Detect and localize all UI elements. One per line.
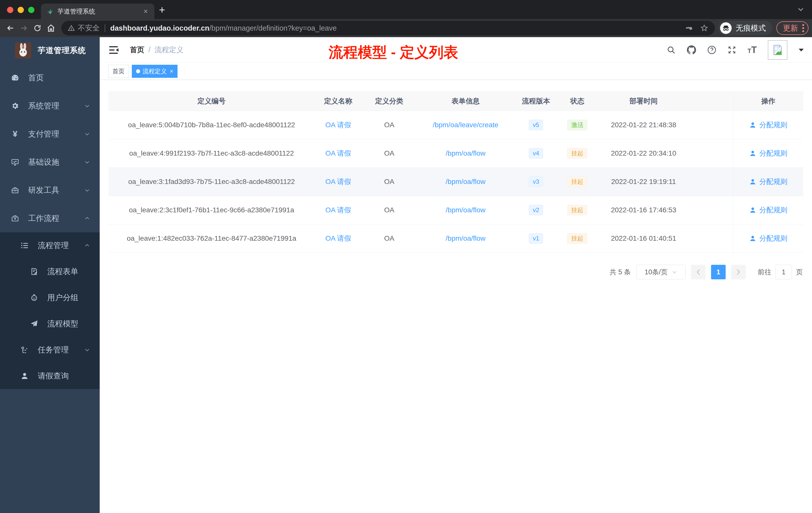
- sidebar-item-workflow[interactable]: 工作流程: [0, 204, 100, 233]
- sidebar-item-user-group[interactable]: 用户分组: [0, 284, 100, 311]
- password-key-icon[interactable]: [685, 24, 693, 32]
- chrome-update-button[interactable]: 更新: [776, 21, 809, 35]
- cell-form-info: /bpm/oa/flow: [416, 168, 515, 196]
- breadcrumb-home[interactable]: 首页: [130, 45, 144, 55]
- sidebar-item-home[interactable]: 首页: [0, 64, 100, 92]
- form-info-link[interactable]: /bpm/oa/flow: [446, 178, 486, 186]
- close-window-button[interactable]: [7, 7, 13, 13]
- page-size-select[interactable]: 10条/页: [636, 265, 686, 279]
- back-icon[interactable]: [3, 21, 17, 35]
- form-info-link[interactable]: /bpm/oa/flow: [446, 206, 486, 214]
- page-content: 定义编号定义名称定义分类表单信息流程版本状态部署时间操作oa_leave:5:0…: [100, 80, 812, 513]
- browser-tab[interactable]: 芋道管理系统 ×: [41, 3, 154, 19]
- sidebar-menu: 首页系统管理¥支付管理基础设施研发工具工作流程: [0, 64, 100, 233]
- github-icon[interactable]: [687, 45, 696, 55]
- forward-icon[interactable]: [17, 21, 31, 35]
- reload-icon[interactable]: [31, 21, 44, 35]
- cell-definition-name: OA 请假: [315, 111, 362, 139]
- security-label[interactable]: 不安全: [78, 23, 100, 33]
- address-bar[interactable]: 不安全 dashboard.yudao.iocoder.cn/bpm/manag…: [61, 21, 715, 35]
- sidebar-item-label: 系统管理: [28, 101, 59, 111]
- tags-view: 首页流程定义×: [100, 63, 812, 80]
- table-row: oa_leave:4:991f2193-7b7f-11ec-a3c8-acde4…: [109, 139, 803, 168]
- sidebar-item-leave-query[interactable]: 请假查询: [0, 363, 100, 389]
- search-icon[interactable]: [667, 46, 676, 55]
- form-info-link[interactable]: /bpm/oa/flow: [446, 234, 486, 242]
- cell-definition-id: oa_leave:5:004b710b-7b8a-11ec-8ef0-acde4…: [109, 111, 315, 139]
- monitor-icon: [10, 158, 20, 166]
- gear-icon: [10, 102, 20, 110]
- cell-definition-name: OA 请假: [315, 168, 362, 196]
- breadcrumb: 首页 / 流程定义: [130, 45, 183, 55]
- assign-rule-link[interactable]: 分配规则: [749, 177, 787, 186]
- version-badge: v5: [529, 120, 543, 130]
- home-icon[interactable]: [44, 21, 58, 35]
- next-page-button[interactable]: [731, 265, 746, 279]
- sidebar-item-payment-mgmt[interactable]: ¥支付管理: [0, 120, 100, 148]
- assign-rule-link[interactable]: 分配规则: [749, 205, 787, 215]
- sidebar: 芋道管理系统 首页系统管理¥支付管理基础设施研发工具工作流程 流程管理流程表单用…: [0, 37, 100, 513]
- tag-process-definition[interactable]: 流程定义×: [132, 65, 177, 78]
- sidebar-item-process-form[interactable]: 流程表单: [0, 259, 100, 284]
- form-info-link[interactable]: /bpm/oa/flow: [446, 149, 486, 157]
- version-badge: v1: [529, 233, 543, 244]
- bookmark-star-icon[interactable]: [700, 24, 708, 32]
- status-badge: 挂起: [567, 233, 587, 244]
- fullscreen-icon[interactable]: [727, 46, 736, 55]
- cell-version: v1: [515, 224, 557, 252]
- app-logo[interactable]: 芋道管理系统: [0, 37, 100, 64]
- sidebar-item-label: 用户分组: [47, 292, 78, 303]
- user-avatar[interactable]: [768, 40, 787, 60]
- cell-status: 挂起: [557, 196, 597, 224]
- sidebar-item-label: 基础设施: [28, 157, 59, 168]
- new-tab-button[interactable]: +: [154, 4, 171, 19]
- font-size-icon[interactable]: TT: [748, 45, 757, 55]
- sidebar-item-process-mgmt[interactable]: 流程管理: [0, 233, 100, 259]
- tag-close-icon[interactable]: ×: [169, 68, 173, 75]
- prev-page-button[interactable]: [691, 265, 705, 279]
- avatar-caret-icon[interactable]: [799, 48, 804, 52]
- page-url[interactable]: dashboard.yudao.iocoder.cn/bpm/manager/d…: [110, 24, 337, 32]
- cell-form-info: /bpm/oa/flow: [416, 224, 515, 252]
- list-icon: [20, 241, 29, 249]
- definition-name-link[interactable]: OA 请假: [325, 205, 351, 215]
- assign-rule-link[interactable]: 分配规则: [749, 149, 787, 158]
- incognito-badge: 无痕模式: [718, 21, 772, 35]
- minimize-window-button[interactable]: [18, 7, 24, 13]
- maximize-window-button[interactable]: [28, 7, 34, 13]
- sidebar-item-label: 流程模型: [47, 319, 78, 329]
- tag-home[interactable]: 首页: [108, 65, 129, 78]
- assign-rule-link[interactable]: 分配规则: [749, 234, 787, 243]
- sidebar-item-system-mgmt[interactable]: 系统管理: [0, 92, 100, 120]
- hamburger-icon[interactable]: [105, 46, 123, 55]
- definition-name-link[interactable]: OA 请假: [325, 177, 351, 186]
- site-favicon: [46, 7, 54, 15]
- cell-deploy-time: 2022-01-22 19:19:11: [597, 168, 690, 196]
- table-row: oa_leave:2:3c1f0ef1-76b1-11ec-9c66-a2380…: [109, 196, 803, 224]
- cell-deploy-time: 2022-01-22 21:48:38: [597, 111, 690, 139]
- sidebar-item-process-model[interactable]: 流程模型: [0, 311, 100, 337]
- sidebar-item-label: 请假查询: [38, 371, 69, 381]
- sidebar-item-infrastructure[interactable]: 基础设施: [0, 148, 100, 176]
- goto-page-input[interactable]: 1: [775, 265, 792, 279]
- definition-table: 定义编号定义名称定义分类表单信息流程版本状态部署时间操作oa_leave:5:0…: [109, 91, 803, 253]
- goto-label: 前往: [758, 268, 771, 277]
- page-number-button[interactable]: 1: [711, 265, 726, 279]
- cell-version: v5: [515, 111, 557, 139]
- security-warning-icon[interactable]: [68, 25, 75, 32]
- help-icon[interactable]: [707, 46, 716, 55]
- definition-name-link[interactable]: OA 请假: [325, 234, 351, 243]
- assign-rule-link[interactable]: 分配规则: [749, 120, 787, 130]
- tab-search-icon[interactable]: [797, 5, 805, 14]
- table-row: oa_leave:3:1fad3d93-7b75-11ec-a3c8-acde4…: [109, 168, 803, 196]
- form-info-link[interactable]: /bpm/oa/leave/create: [433, 121, 498, 129]
- sidebar-item-task-mgmt[interactable]: 任务管理: [0, 337, 100, 363]
- cell-actions: 分配规则: [733, 111, 803, 139]
- cell-form-info: /bpm/oa/leave/create: [416, 111, 515, 139]
- tab-close-icon[interactable]: ×: [142, 7, 149, 16]
- cell-category: OA: [362, 168, 416, 196]
- sidebar-item-dev-tools[interactable]: 研发工具: [0, 176, 100, 204]
- version-badge: v2: [529, 205, 543, 215]
- definition-name-link[interactable]: OA 请假: [325, 120, 351, 130]
- definition-name-link[interactable]: OA 请假: [325, 149, 351, 158]
